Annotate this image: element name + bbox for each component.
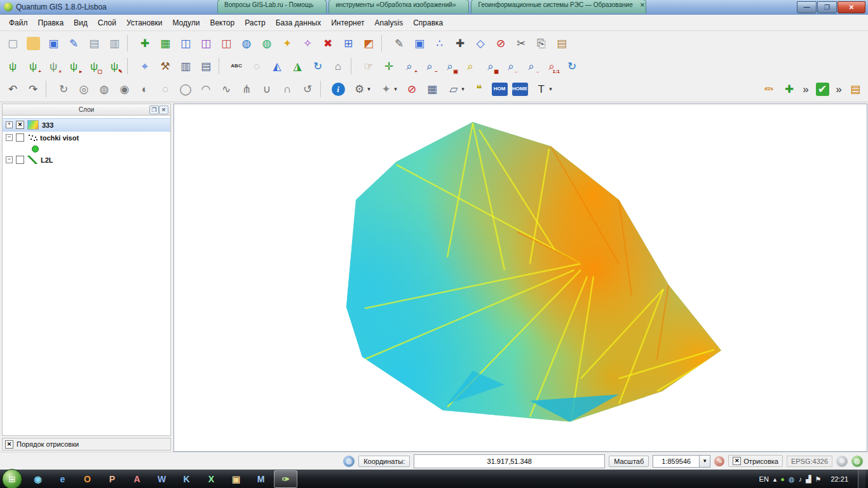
refresh-map-button[interactable]: ↻ [562, 56, 582, 76]
zoom-last-button[interactable]: ⌕ ← [501, 56, 521, 76]
qgis-app[interactable]: ✑ [274, 470, 297, 488]
terrain-analysis-button[interactable]: ◮ [287, 56, 308, 76]
show-bookmarks-button[interactable]: HOME [510, 79, 530, 99]
save-project-button[interactable]: ▣ [43, 33, 64, 53]
undo-button[interactable]: ↶ [3, 79, 23, 99]
edit-grass-region-button[interactable]: ψ ✎ [104, 56, 125, 76]
node-tool-button[interactable]: ◇ [470, 33, 491, 53]
save-edits-button[interactable]: ▣ [409, 33, 430, 53]
dock-float-icon[interactable]: ❐ [149, 105, 159, 114]
expander-icon[interactable]: − [6, 156, 13, 163]
print-composer-button[interactable]: ▤ [84, 33, 104, 53]
close-button[interactable] [837, 1, 865, 13]
zoom-to-selection-button[interactable]: ⌕ [460, 56, 480, 76]
coordinates-input[interactable] [414, 454, 605, 468]
dxf2shp-converter-button[interactable]: ⚒ [155, 56, 175, 76]
coordinates-toggle-button[interactable]: Координаты: [358, 456, 410, 467]
action-center-icon[interactable]: ⚑ [815, 475, 822, 484]
check-geometry-validity-button[interactable]: ✔ [812, 79, 832, 99]
menu-item[interactable]: Вид [69, 16, 93, 30]
add-oracle-georaster-layer-button[interactable]: ◩ [358, 33, 379, 53]
layer-row-tochki-visot[interactable]: − tochki visot [3, 132, 170, 144]
language-indicator[interactable]: EN [759, 475, 769, 483]
menu-item[interactable]: Растр [240, 16, 270, 30]
display-grass-region-button[interactable]: ψ ▢ [84, 56, 104, 76]
gps-status-icon[interactable]: ● [780, 475, 785, 484]
zoom-full-button[interactable]: ⌕ ▣ [440, 56, 460, 76]
capture-point-button[interactable]: ∴ [430, 33, 450, 53]
chevron-down-icon[interactable]: ▼ [699, 456, 710, 467]
redo-button[interactable]: ↷ [23, 79, 43, 99]
minimize-button[interactable] [797, 1, 817, 13]
internet-explorer[interactable]: e [51, 470, 74, 488]
menu-item[interactable]: Установки [121, 16, 167, 30]
powerpoint[interactable]: P [100, 470, 124, 488]
expander-icon[interactable]: + [6, 121, 13, 128]
layer-visibility-checkbox[interactable] [16, 121, 24, 129]
clock[interactable]: 22:21 [825, 475, 853, 483]
zoom-actual-size-button[interactable]: ⌕ 1:1 [541, 56, 562, 76]
new-shapefile-layer-button[interactable]: ✦ [277, 33, 297, 53]
crs-status-button[interactable]: ⊕ [836, 456, 848, 467]
media-player[interactable]: ◉ [26, 470, 50, 488]
map-canvas[interactable] [173, 104, 867, 452]
add-wms-layer-button[interactable]: ◍ [236, 33, 257, 53]
close-connections-button[interactable]: ⊘ [402, 79, 422, 99]
map-tips-button[interactable]: ❝ [469, 79, 489, 99]
open-grass-tools-button[interactable]: ψ ▸ [64, 56, 84, 76]
background-tab[interactable]: Вопросы GIS-Lab.ru - Помощь ✕ [217, 0, 327, 13]
background-tab[interactable]: инструменты «Обработка изображений» ✕ [329, 0, 469, 13]
start-button[interactable]: ⊞ [2, 469, 22, 488]
browser-opera[interactable]: O [76, 470, 99, 488]
raster-histogram-button[interactable]: ◭ [267, 56, 287, 76]
reshape-features-button[interactable]: ∿ [216, 79, 236, 99]
show-desktop-button[interactable] [858, 470, 865, 488]
identify-features-button[interactable]: i [328, 79, 348, 99]
menu-item[interactable]: Правка [33, 16, 69, 30]
excel[interactable]: X [200, 470, 223, 488]
volume-icon[interactable]: ♪ [799, 475, 803, 484]
add-part-button[interactable]: ◉ [114, 79, 135, 99]
word[interactable]: W [150, 470, 173, 488]
projection-globe-button[interactable]: ◍ [851, 456, 863, 467]
menu-item[interactable]: Интернет [326, 16, 369, 30]
paste-features-button[interactable]: ▤ [552, 33, 572, 53]
explorer-folder[interactable]: ▣ [224, 470, 248, 488]
coordinate-capture-button[interactable]: ⌖ [135, 56, 155, 76]
merge-attributes-button[interactable]: ∩ [277, 79, 297, 99]
rotate-feature-button[interactable]: ↻ [53, 79, 74, 99]
label-properties-button[interactable]: ◌ [247, 56, 267, 76]
delete-selected-button[interactable]: ⊘ [491, 33, 511, 53]
render-checkbox[interactable] [733, 457, 741, 465]
open-grass-mapset-button[interactable]: ψ [3, 56, 23, 76]
menu-item[interactable]: База данных [271, 16, 326, 30]
add-wfs-layer-button[interactable]: ◍ [257, 33, 277, 53]
labeling-button[interactable]: ABC [226, 56, 247, 76]
split-features-button[interactable]: ⋔ [236, 79, 257, 99]
menu-item[interactable]: Слой [93, 16, 121, 30]
rotate-point-symbols-button[interactable]: ↺ [297, 79, 318, 99]
pan-map-button[interactable]: ☞ [358, 56, 379, 76]
add-spatialite-layer-button[interactable]: ◫ [196, 33, 216, 53]
kompas[interactable]: K [175, 470, 198, 488]
move-feature-button[interactable]: ✚ [450, 33, 470, 53]
background-tab[interactable]: Геоинформационные системы РЭС — Образова… [471, 0, 646, 13]
add-vector-layer-button[interactable]: ✚ [135, 33, 155, 53]
render-suspend-icon[interactable]: ✎ [714, 456, 724, 466]
expander-icon[interactable]: − [6, 134, 13, 141]
layer-row-333[interactable]: + 333 [3, 118, 170, 132]
text-annotation-button[interactable]: T [530, 79, 557, 99]
menu-item[interactable]: Вектор [205, 16, 240, 30]
copy-features-button[interactable]: ⎘ [531, 33, 552, 53]
tab-close-icon[interactable]: ✕ [640, 2, 645, 8]
toggle-editing-button[interactable]: ✎ [389, 33, 409, 53]
coordinate-capture-status-icon[interactable]: ◍ [343, 456, 355, 467]
add-ring-button[interactable]: ◍ [94, 79, 114, 99]
open-attribute-table-button[interactable]: ▦ [422, 79, 442, 99]
dxf2shape-button[interactable]: d2s [759, 79, 779, 99]
evis-event-id-button[interactable]: ▤ [196, 56, 216, 76]
network-icon[interactable]: ▟ [806, 475, 811, 484]
layer-visibility-checkbox[interactable] [16, 156, 24, 164]
select-features-button[interactable]: ✦ [375, 79, 402, 99]
draw-order-checkbox[interactable] [5, 440, 13, 449]
